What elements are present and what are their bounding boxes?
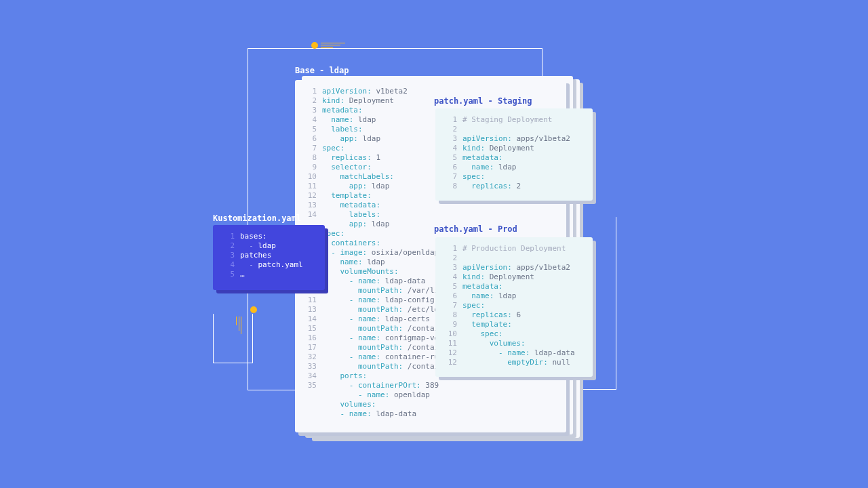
node-dot-icon	[311, 42, 318, 49]
connector-frame-kustomization	[213, 314, 253, 363]
panel-kustomization: 1bases: 2 - ldap 3patches 4 - patch.yaml…	[213, 225, 325, 290]
streak-icon	[321, 42, 345, 49]
code-prod: 1# Production Deployment 2 3apiVersion: …	[435, 237, 593, 375]
panel-patch-staging: 1# Staging Deployment 2 3apiVersion: app…	[435, 108, 593, 201]
panel-patch-prod: 1# Production Deployment 2 3apiVersion: …	[435, 237, 593, 377]
streak-icon	[235, 317, 242, 334]
heading-kustomization: Kustomization.yaml	[213, 214, 301, 223]
node-dot-icon	[250, 306, 257, 313]
heading-staging: patch.yaml - Staging	[434, 96, 532, 106]
code-staging: 1# Staging Deployment 2 3apiVersion: app…	[435, 108, 593, 199]
code-kustomization: 1bases: 2 - ldap 3patches 4 - patch.yaml…	[213, 225, 325, 287]
heading-prod: patch.yaml - Prod	[434, 224, 517, 234]
heading-base: Base - ldap	[295, 66, 349, 75]
